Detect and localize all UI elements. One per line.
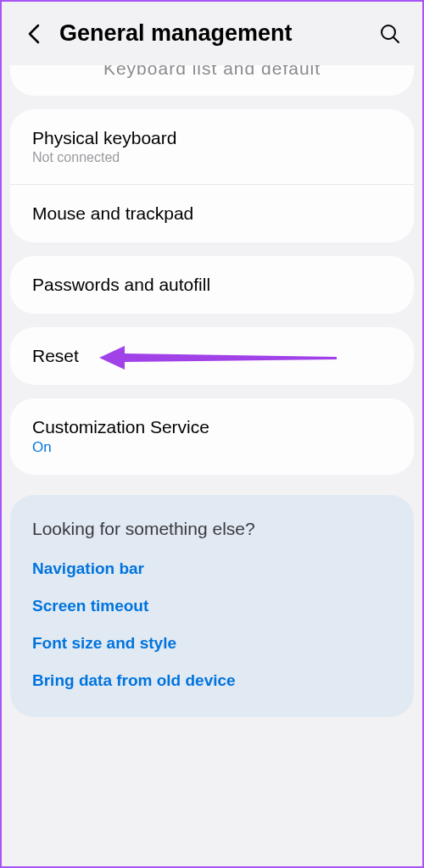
customization-title: Customization Service	[32, 417, 392, 437]
content: Keyboard list and default Physical keybo…	[2, 65, 422, 717]
suggestion-font-size[interactable]: Font size and style	[32, 634, 392, 653]
svg-line-1	[393, 37, 399, 42]
search-icon[interactable]	[378, 22, 402, 46]
physical-keyboard-subtitle: Not connected	[32, 150, 392, 165]
back-icon[interactable]	[22, 22, 46, 46]
suggestion-bring-data[interactable]: Bring data from old device	[32, 671, 392, 690]
truncated-text: Keyboard list and default	[10, 65, 414, 79]
reset-card: Reset	[10, 327, 414, 385]
customization-card: Customization Service On	[10, 398, 414, 475]
mouse-trackpad-item[interactable]: Mouse and trackpad	[10, 185, 414, 242]
truncated-card: Keyboard list and default	[10, 65, 414, 96]
header: General management	[2, 2, 422, 65]
customization-item[interactable]: Customization Service On	[10, 398, 414, 475]
mouse-trackpad-title: Mouse and trackpad	[32, 203, 392, 224]
physical-keyboard-item[interactable]: Physical keyboard Not connected	[10, 109, 414, 185]
page-title: General management	[59, 20, 378, 47]
suggestion-screen-timeout[interactable]: Screen timeout	[32, 597, 392, 615]
passwords-autofill-title: Passwords and autofill	[32, 275, 392, 295]
suggestion-navigation-bar[interactable]: Navigation bar	[32, 559, 392, 578]
passwords-autofill-item[interactable]: Passwords and autofill	[10, 256, 414, 314]
reset-title: Reset	[32, 346, 392, 366]
input-devices-card: Physical keyboard Not connected Mouse an…	[10, 109, 414, 242]
customization-subtitle: On	[32, 439, 392, 456]
passwords-card: Passwords and autofill	[10, 256, 414, 314]
suggestions-title: Looking for something else?	[32, 519, 392, 539]
physical-keyboard-title: Physical keyboard	[32, 128, 392, 148]
suggestions-card: Looking for something else? Navigation b…	[10, 495, 414, 717]
reset-item[interactable]: Reset	[10, 327, 414, 385]
